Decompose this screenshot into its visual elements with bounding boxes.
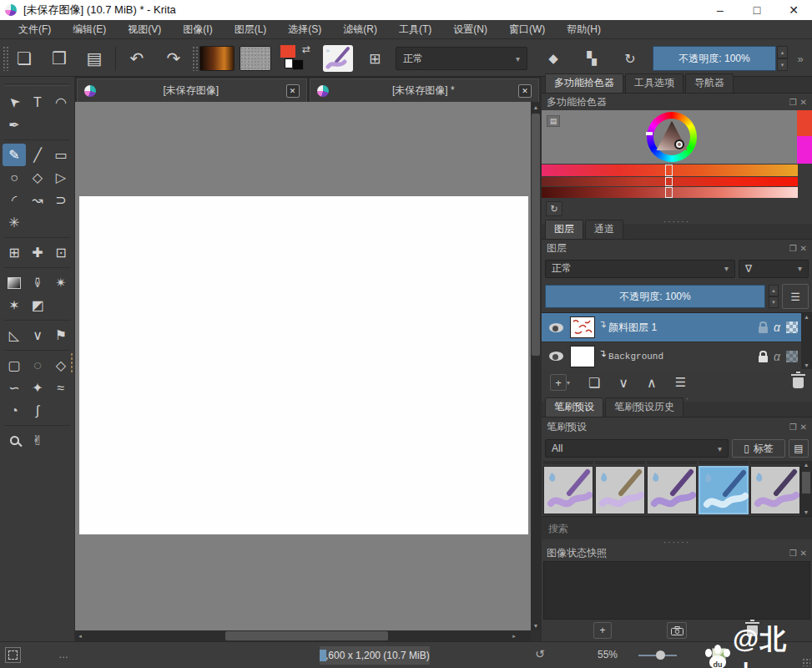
memory-usage-icon[interactable]: ↺ bbox=[535, 647, 545, 660]
brush-preset-4-selected[interactable] bbox=[699, 466, 749, 514]
gradient-swatch[interactable] bbox=[199, 46, 235, 71]
new-document-button[interactable]: ❏ bbox=[12, 44, 37, 73]
strip-handle[interactable] bbox=[665, 187, 673, 198]
alpha-lock-icon[interactable]: α bbox=[768, 350, 786, 363]
choose-brush-preset-button[interactable]: ⊞ bbox=[361, 44, 389, 73]
tool-pan[interactable]: ✌ bbox=[26, 429, 49, 452]
previous-color-patch[interactable] bbox=[797, 136, 812, 164]
tool-measure[interactable]: ◺ bbox=[3, 324, 26, 347]
tool-select-shapes[interactable]: ➤ bbox=[3, 91, 26, 114]
layer-thumbnail[interactable] bbox=[570, 346, 595, 367]
lock-icon[interactable] bbox=[759, 326, 768, 333]
save-button[interactable]: ▤ bbox=[82, 44, 107, 73]
eraser-mode-button[interactable]: ◆ bbox=[537, 44, 569, 73]
tool-pattern-stamp[interactable]: ✴ bbox=[49, 271, 73, 294]
add-layer-dropdown-icon[interactable]: ▾ bbox=[567, 379, 570, 387]
layer-row-paint-layer[interactable]: ↴ 颜料图层 1 α bbox=[542, 313, 801, 342]
menu-edit[interactable]: 编辑(E) bbox=[63, 20, 116, 39]
redo-button[interactable]: ↷ bbox=[160, 44, 187, 73]
selection-display-button[interactable] bbox=[5, 647, 21, 663]
minimize-button[interactable]: – bbox=[702, 0, 739, 20]
menu-settings[interactable]: 设置(N) bbox=[443, 20, 497, 39]
tab-advanced-color-selector[interactable]: 多功能拾色器 bbox=[545, 73, 623, 93]
view-mode-button[interactable]: ▤ bbox=[789, 439, 809, 458]
tool-arc[interactable]: ⊃ bbox=[49, 189, 73, 211]
tool-line[interactable]: ╱ bbox=[26, 144, 49, 166]
tab-close-button[interactable]: ✕ bbox=[286, 84, 300, 98]
close-docker-icon[interactable]: ✕ bbox=[800, 98, 807, 107]
move-layer-down-button[interactable]: ∨ bbox=[618, 375, 628, 391]
tool-crop[interactable]: ⊡ bbox=[49, 241, 73, 264]
strip-handle[interactable] bbox=[665, 177, 673, 186]
swap-colors-icon[interactable]: ⇄ bbox=[302, 43, 310, 55]
tool-reference-images[interactable]: ⚑ bbox=[49, 324, 73, 347]
toolbar-extension-button[interactable]: » bbox=[793, 44, 808, 73]
tool-bezier-curve[interactable]: ◜ bbox=[3, 189, 26, 211]
reload-preset-button[interactable]: ↻ bbox=[614, 44, 646, 73]
brush-preset-5[interactable] bbox=[750, 466, 800, 514]
alpha-lock-icon[interactable]: α bbox=[768, 321, 786, 334]
layer-visibility-toggle[interactable] bbox=[542, 323, 570, 332]
close-docker-icon[interactable]: ✕ bbox=[800, 549, 807, 558]
menu-view[interactable]: 视图(V) bbox=[118, 20, 171, 39]
toolbar-grip2[interactable] bbox=[192, 46, 198, 71]
layer-properties-dialog-button[interactable]: ☰ bbox=[675, 375, 686, 390]
selector-settings-icon[interactable]: ▤ bbox=[547, 115, 560, 127]
toolbar-opacity-slider[interactable]: 不透明度: 100% bbox=[653, 46, 776, 71]
menu-select[interactable]: 选择(S) bbox=[278, 20, 331, 39]
menu-layer[interactable]: 图层(L) bbox=[224, 20, 277, 39]
tool-text[interactable]: T bbox=[26, 91, 49, 114]
canvas-page[interactable] bbox=[79, 196, 528, 534]
layer-name[interactable]: Background bbox=[608, 352, 759, 362]
tab-channels[interactable]: 通道 bbox=[585, 220, 623, 239]
layer-opacity-spinner[interactable]: ▲ ▼ bbox=[769, 285, 779, 308]
tab-tool-options[interactable]: 工具选项 bbox=[625, 73, 683, 93]
menu-file[interactable]: 文件(F) bbox=[8, 20, 61, 39]
document-tab-2[interactable]: [未保存图像] * ✕ bbox=[310, 78, 540, 102]
shade-strip-hue[interactable] bbox=[542, 164, 798, 176]
layer-blend-mode-select[interactable]: 正常 ▾ bbox=[545, 260, 735, 278]
layer-opacity-slider[interactable]: 不透明度: 100% bbox=[545, 285, 765, 308]
canvas-viewport[interactable] bbox=[75, 102, 531, 630]
background-color-black[interactable] bbox=[292, 59, 304, 70]
hue-wheel[interactable] bbox=[647, 112, 697, 162]
scroll-up-icon[interactable]: ▲ bbox=[800, 462, 812, 468]
menu-help[interactable]: 帮助(H) bbox=[557, 20, 611, 39]
maximize-button[interactable]: □ bbox=[739, 0, 775, 20]
layer-row-background[interactable]: ↴ Background α bbox=[542, 342, 801, 370]
float-docker-icon[interactable]: ❐ bbox=[789, 549, 797, 558]
tool-smart-patch[interactable]: ✶ bbox=[3, 294, 26, 316]
document-tab-1[interactable]: [未保存图像] ✕ bbox=[77, 78, 307, 102]
docker-splitter[interactable]: ······ bbox=[542, 539, 812, 545]
tool-magic-wand-select[interactable]: ✦ bbox=[26, 377, 49, 399]
layer-properties-button[interactable]: ☰ bbox=[782, 284, 809, 309]
tool-freehand-brush[interactable]: ✎ bbox=[3, 144, 26, 166]
close-button[interactable]: ✕ bbox=[775, 0, 812, 20]
canvas-horizontal-scrollbar[interactable]: ◂ ▸ bbox=[75, 630, 531, 641]
layer-visibility-toggle[interactable] bbox=[542, 352, 570, 361]
float-docker-icon[interactable]: ❐ bbox=[789, 98, 797, 107]
move-layer-up-button[interactable]: ∧ bbox=[647, 375, 657, 391]
tab-close-button[interactable]: ✕ bbox=[518, 84, 532, 98]
strip-handle[interactable] bbox=[665, 164, 673, 176]
tool-polyline[interactable]: ▷ bbox=[49, 166, 73, 189]
advanced-color-selector[interactable]: ▤ bbox=[542, 110, 812, 164]
update-shades-button[interactable]: ↻ bbox=[546, 201, 562, 216]
scroll-down-icon[interactable]: ▼ bbox=[801, 362, 812, 368]
brush-preview-button[interactable]: ≈ bbox=[323, 45, 353, 72]
tool-polygon[interactable]: ◇ bbox=[26, 166, 49, 189]
scroll-up-icon[interactable]: ▲ bbox=[801, 314, 812, 320]
tool-magnetic-select[interactable]: ∫ bbox=[26, 399, 49, 422]
spin-down-icon[interactable]: ▼ bbox=[769, 296, 779, 308]
tab-navigator[interactable]: 导航器 bbox=[685, 73, 734, 93]
tab-layers[interactable]: 图层 bbox=[545, 220, 583, 239]
switch-to-snapshot-button[interactable] bbox=[667, 622, 687, 639]
tool-move[interactable]: ✚ bbox=[26, 241, 49, 264]
tool-calligraphy[interactable]: ✒ bbox=[3, 114, 26, 136]
toolbar-grip[interactable] bbox=[3, 46, 8, 71]
close-docker-icon[interactable]: ✕ bbox=[800, 423, 807, 432]
undo-button[interactable]: ↶ bbox=[124, 44, 150, 73]
tool-bezier-select[interactable]: ◔ bbox=[3, 399, 26, 422]
brush-preset-1[interactable] bbox=[543, 466, 593, 514]
tab-brush-preset-history[interactable]: 笔刷预设历史 bbox=[605, 397, 683, 417]
